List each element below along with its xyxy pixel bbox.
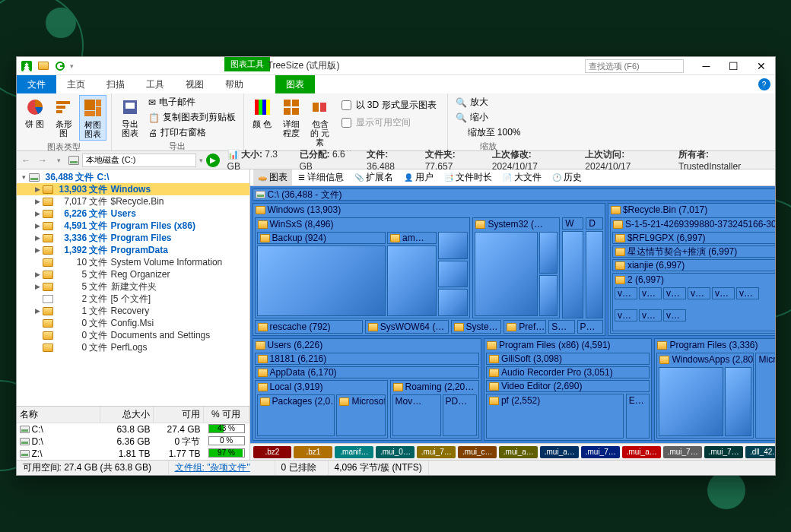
extension-item[interactable]: .manif…	[335, 446, 373, 458]
extension-item[interactable]: .mui_7…	[417, 446, 456, 458]
bar-chart-button[interactable]: 条形 图	[50, 95, 78, 139]
tab-scan[interactable]: 扫描	[96, 75, 135, 93]
svg-rect-8	[96, 107, 101, 116]
svg-rect-12	[255, 100, 259, 115]
right-tab[interactable]: 📑文件时长	[440, 169, 497, 185]
minimize-button[interactable]: ─	[693, 58, 720, 74]
statusbar: 可用空间: 27.4 GB (共 63.8 GB) 文件组: "杂项文件" 0 …	[17, 460, 775, 475]
svg-rect-21	[320, 103, 326, 112]
path-dropdown-icon[interactable]: ▾	[199, 157, 203, 164]
copy-button[interactable]: 📋复制图表到剪贴板	[145, 110, 239, 125]
status-excluded: 0 已排除	[275, 461, 329, 475]
svg-rect-19	[292, 108, 299, 115]
col-name[interactable]: 名称	[17, 407, 100, 423]
zoomin-icon: 🔍	[456, 97, 467, 108]
3d-checkbox[interactable]: 以 3D 形式显示图表	[338, 98, 440, 112]
tree-item[interactable]: ▶3,336 文件Program Files	[17, 232, 249, 244]
extension-item[interactable]: .dll_42…	[745, 446, 774, 458]
close-button[interactable]: ✕	[748, 58, 775, 74]
extension-item[interactable]: .mui_7…	[663, 446, 702, 458]
print-button[interactable]: 🖨打印右窗格	[145, 125, 239, 140]
zoom100-button[interactable]: 缩放至 100%	[453, 125, 524, 140]
print-icon: 🖨	[148, 128, 157, 138]
extension-item[interactable]: .mui_7…	[581, 446, 620, 458]
right-tab[interactable]: ☰详细信息	[294, 169, 348, 185]
forward-button[interactable]: →	[36, 154, 49, 167]
treemap-view[interactable]: C:\ (36,488 - 文件) Windows (13,903) WinSx…	[250, 186, 775, 443]
tab-help[interactable]: 帮助	[214, 75, 254, 93]
tree-item[interactable]: 2 文件[5 个文件]	[17, 293, 249, 305]
tree-item[interactable]: ▶4,591 文件Program Files (x86)	[17, 220, 249, 232]
zoomout-button[interactable]: 🔍缩小	[453, 110, 524, 125]
qat-dropdown-icon[interactable]: ▾	[70, 62, 74, 70]
pie-chart-button[interactable]: 饼 图	[21, 95, 49, 130]
extension-item[interactable]: .mui_a…	[499, 446, 538, 458]
right-tab[interactable]: 🥧图表	[253, 169, 292, 185]
col-avail[interactable]: 可用	[154, 407, 204, 423]
tree-item[interactable]: 0 文件Config.Msi	[17, 317, 249, 329]
tree-item[interactable]: ▶7,017 文件$Recycle.Bin	[17, 195, 249, 207]
detail-button[interactable]: 详细 程度	[278, 95, 305, 139]
folder-icon[interactable]	[37, 59, 50, 73]
volumes-panel: 名称 总大小 可用 % 可用 C:\63.8 GB27.4 GB43 %D:\6…	[17, 406, 249, 460]
extension-item[interactable]: .mui_a…	[540, 446, 579, 458]
search-input[interactable]	[585, 59, 684, 73]
treemap-button[interactable]: 树图 图表	[79, 95, 106, 141]
history-dropdown[interactable]: ▾	[52, 154, 66, 167]
svg-rect-14	[262, 100, 266, 115]
tab-home[interactable]: 主页	[56, 75, 96, 93]
col-total[interactable]: 总大小	[100, 407, 154, 423]
export-button[interactable]: 导出 图表	[116, 95, 144, 139]
space-checkbox[interactable]: 显示可用空间	[338, 116, 440, 130]
extension-item[interactable]: .bz2	[253, 446, 292, 458]
right-tabs: 🥧图表☰详细信息📎扩展名👤用户📑文件时长📄大文件🕐历史	[250, 169, 775, 186]
right-tab[interactable]: 📎扩展名	[350, 169, 398, 185]
go-button[interactable]: ▶	[206, 154, 220, 167]
tab-view[interactable]: 视图	[175, 75, 214, 93]
tree-item[interactable]: 10 文件System Volume Information	[17, 256, 249, 268]
zoomin-button[interactable]: 🔍放大	[453, 95, 524, 109]
tree-root[interactable]: ▾ 36,488 文件 C:\	[17, 171, 249, 183]
extension-item[interactable]: .mui_a…	[622, 446, 661, 458]
path-input[interactable]	[82, 154, 196, 167]
maximize-button[interactable]: ☐	[720, 58, 748, 74]
refresh-icon[interactable]	[53, 59, 67, 73]
extension-item[interactable]: .mui_7…	[704, 446, 743, 458]
copy-icon: 📋	[148, 112, 160, 123]
volume-row[interactable]: D:\6.36 GB0 字节0 %	[17, 435, 249, 448]
back-button[interactable]: ←	[20, 154, 33, 167]
tree-view: ▾ 36,488 文件 C:\ ▶13,903 文件Windows▶7,017 …	[17, 169, 249, 406]
tree-item[interactable]: ▶13,903 文件Windows	[17, 183, 249, 195]
right-tab[interactable]: 🕐历史	[548, 169, 586, 185]
tree-item[interactable]: ▶1 文件Recovery	[17, 305, 249, 317]
tab-file[interactable]: 文件	[17, 75, 56, 93]
tree-item[interactable]: ▶5 文件新建文件夹	[17, 280, 249, 293]
titlebar: ▾ 图表工具 TreeSize (试用版) ─ ☐ ✕	[17, 57, 775, 75]
svg-rect-7	[96, 100, 101, 106]
svg-rect-11	[125, 103, 135, 109]
tab-tools[interactable]: 工具	[135, 75, 175, 93]
volume-row[interactable]: C:\63.8 GB27.4 GB43 %	[17, 423, 249, 435]
tree-item[interactable]: ▶5 文件Reg Organizer	[17, 268, 249, 280]
svg-rect-5	[56, 110, 62, 113]
tab-chart[interactable]: 图表	[275, 75, 315, 93]
left-panel: ▾ 36,488 文件 C:\ ▶13,903 文件Windows▶7,017 …	[17, 169, 250, 460]
tree-item[interactable]: 0 文件PerfLogs	[17, 341, 249, 353]
extension-item[interactable]: .mui_0…	[376, 446, 415, 458]
email-button[interactable]: ✉电子邮件	[145, 95, 239, 109]
extension-item[interactable]: .bz1	[294, 446, 332, 458]
right-tab[interactable]: 📄大文件	[498, 169, 546, 185]
window-title: TreeSize (试用版)	[268, 59, 340, 72]
tree-item[interactable]: ▶6,226 文件Users	[17, 207, 249, 220]
help-button[interactable]: ?	[758, 78, 770, 90]
tree-item[interactable]: 0 文件Documents and Settings	[17, 329, 249, 341]
elements-button[interactable]: 包含的 元素	[307, 95, 334, 148]
quick-access-toolbar: ▾	[20, 59, 74, 73]
color-button[interactable]: 颜 色	[249, 95, 276, 130]
tree-item[interactable]: ▶1,392 文件ProgramData	[17, 244, 249, 256]
right-tab[interactable]: 👤用户	[399, 169, 438, 185]
col-pct[interactable]: % 可用	[204, 407, 249, 423]
extension-item[interactable]: .mui_c…	[458, 446, 497, 458]
status-free: 可用空间: 27.4 GB (共 63.8 GB)	[17, 461, 169, 475]
volume-row[interactable]: Z:\1.81 TB1.77 TB97 %	[17, 448, 249, 460]
